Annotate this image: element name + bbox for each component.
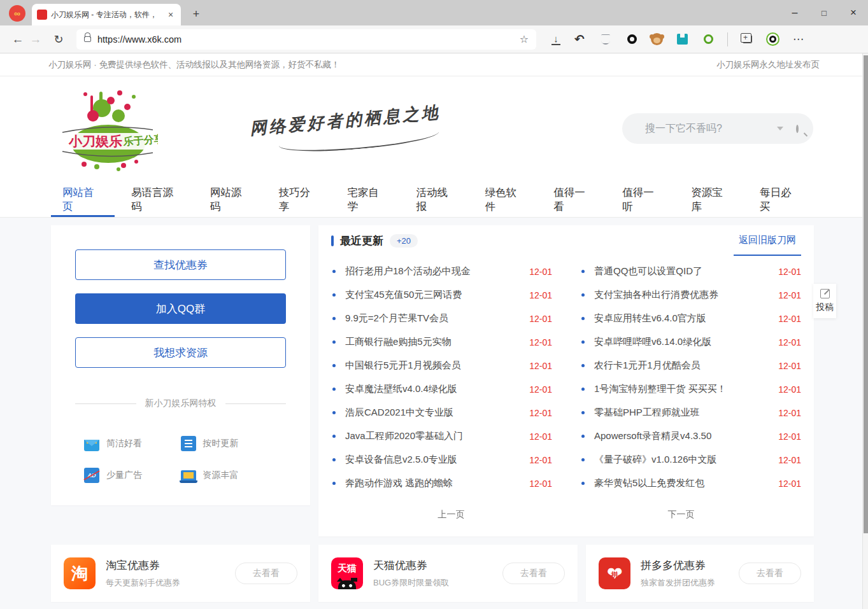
article-link[interactable]: 奔跑动作游戏 逃跑的蟾蜍: [345, 477, 524, 489]
site-notice-bar: 小刀娱乐网 · 免费提供绿色软件、活动线报以及其他网络资源，好货不私藏！ 小刀娱…: [0, 53, 868, 76]
article-link[interactable]: Java工程师2020零基础入门: [345, 430, 524, 442]
undo-extension-icon[interactable]: [573, 32, 587, 46]
tmall-go-button[interactable]: 去看看: [502, 563, 565, 584]
nav-item-tips[interactable]: 技巧分享: [267, 183, 331, 217]
nav-item-worth-watching[interactable]: 值得一看: [542, 183, 606, 217]
nav-item-easy-lang[interactable]: 易语言源码: [120, 183, 194, 217]
article-link[interactable]: 1号淘宝特别整理干货 买买买！: [594, 383, 773, 395]
list-item[interactable]: 《量子破碎》v1.0.126中文版12-01: [580, 448, 801, 472]
lock-icon[interactable]: [84, 36, 91, 42]
new-tab-button[interactable]: [187, 5, 205, 23]
url-text[interactable]: https://www.x6k.com: [97, 34, 181, 45]
list-item[interactable]: 支付宝45充值50元三网话费12-01: [331, 283, 552, 307]
nav-item-home[interactable]: 网站首页: [51, 183, 115, 217]
article-link[interactable]: 农行卡1元开1月优酷会员: [594, 360, 773, 372]
browser-profile-avatar-icon[interactable]: [9, 5, 25, 22]
find-coupon-button[interactable]: 查找优惠券: [75, 249, 286, 280]
site-logo[interactable]: 小刀娱乐 乐于分享: [57, 83, 158, 177]
search-category-caret-icon[interactable]: [777, 127, 783, 130]
nav-item-activities[interactable]: 活动线报: [405, 183, 469, 217]
promo-subtitle: BUG券限时限量领取: [373, 577, 449, 589]
article-link[interactable]: 安卓哔哩哔哩v6.14.0绿化版: [594, 336, 773, 348]
search-icon[interactable]: [796, 125, 799, 133]
join-qq-group-button[interactable]: 加入QQ群: [75, 293, 286, 324]
tab-close-icon[interactable]: [166, 10, 176, 20]
submit-post-button[interactable]: 投稿: [813, 284, 836, 318]
nav-item-site-source[interactable]: 网站源码: [199, 183, 262, 217]
article-link[interactable]: 安卓应用转生v6.4.0官方版: [594, 312, 773, 325]
bullet-icon: [332, 293, 336, 297]
list-item[interactable]: 中国银行5元开1月视频会员12-01: [331, 354, 552, 377]
green-ring-extension-icon[interactable]: [704, 34, 713, 44]
article-date: 12-01: [529, 408, 552, 418]
list-item[interactable]: 零基础PHP工程师就业班12-01: [580, 401, 801, 424]
main-nav: 网站首页 易语言源码 网站源码 技巧分享 宅家自学 活动线报 绿色软件 值得一看…: [0, 183, 868, 218]
list-item[interactable]: 安卓应用转生v6.4.0官方版12-01: [580, 307, 801, 330]
window-maximize-icon[interactable]: [809, 0, 839, 25]
article-link[interactable]: 工商银行融e购抽5元实物: [345, 336, 524, 348]
donut-extension-icon[interactable]: [627, 34, 637, 44]
list-item[interactable]: 安卓设备信息v2.5.0专业版12-01: [331, 448, 552, 472]
promo-title: 淘宝优惠券: [106, 558, 180, 573]
article-link[interactable]: 中国银行5元开1月视频会员: [345, 360, 524, 372]
collections-icon[interactable]: [743, 35, 752, 43]
shield-extension-icon[interactable]: [601, 34, 610, 45]
list-item[interactable]: 安卓哔哩哔哩v6.14.0绿化版12-01: [580, 330, 801, 354]
more-menu-icon[interactable]: [792, 32, 806, 46]
download-icon[interactable]: [551, 34, 560, 45]
list-item[interactable]: 1号淘宝特别整理干货 买买买！12-01: [580, 377, 801, 401]
article-link[interactable]: 豪华黄钻5以上免费发红包: [594, 477, 773, 489]
nav-item-daily-buy[interactable]: 每日必买: [748, 183, 812, 217]
pinduoduo-go-button[interactable]: 去看看: [739, 563, 801, 584]
nav-item-resource-treasury[interactable]: 资源宝库: [679, 183, 743, 217]
list-item[interactable]: 豪华黄钻5以上免费发红包12-01: [580, 472, 801, 495]
list-item[interactable]: Apowersoft录音精灵v4.3.5012-01: [580, 424, 801, 448]
floppy-extension-icon[interactable]: [677, 34, 688, 45]
article-link[interactable]: 招行老用户18个活动必中现金: [345, 265, 524, 277]
panda-extension-icon[interactable]: [766, 32, 779, 46]
monkey-extension-icon[interactable]: [651, 33, 663, 45]
back-icon[interactable]: [9, 31, 27, 48]
article-link[interactable]: 普通QQ也可以设置QID了: [594, 265, 773, 277]
nav-item-green-software[interactable]: 绿色软件: [473, 183, 537, 217]
nav-item-worth-listening[interactable]: 值得一听: [611, 183, 674, 217]
page-scrollbar[interactable]: [862, 53, 868, 609]
content-area: 查找优惠券 加入QQ群 我想求资源 新小刀娱乐网特权 简洁好看 按时更新: [0, 218, 868, 609]
prev-page-button[interactable]: 上一页: [331, 504, 571, 525]
list-item[interactable]: 工商银行融e购抽5元实物12-01: [331, 330, 552, 354]
article-link[interactable]: Apowersoft录音精灵v4.3.50: [594, 430, 773, 442]
search-box[interactable]: [622, 113, 813, 144]
address-bar[interactable]: https://www.x6k.com: [76, 29, 536, 50]
article-link[interactable]: 9.9元=2个月芒果TV会员: [345, 312, 524, 325]
list-item[interactable]: 普通QQ也可以设置QID了12-01: [580, 260, 801, 283]
browser-tab[interactable]: 小刀娱乐网 - 专注活动，软件，: [32, 4, 181, 25]
article-link[interactable]: 零基础PHP工程师就业班: [594, 407, 773, 419]
list-item[interactable]: Java工程师2020零基础入门12-01: [331, 424, 552, 448]
article-link[interactable]: 安卓魔法壁纸v4.0.4绿化版: [345, 383, 524, 395]
scrollbar-thumb[interactable]: [864, 55, 868, 533]
taobao-go-button[interactable]: 去看看: [235, 563, 297, 584]
list-item[interactable]: 招行老用户18个活动必中现金12-01: [331, 260, 552, 283]
window-minimize-icon[interactable]: [780, 0, 809, 25]
search-input[interactable]: [622, 123, 777, 134]
list-item[interactable]: 支付宝抽各种出行消费优惠券12-01: [580, 283, 801, 307]
article-link[interactable]: 《量子破碎》v1.0.126中文版: [594, 454, 773, 466]
permanent-address-link[interactable]: 小刀娱乐网永久地址发布页: [716, 59, 820, 71]
list-item[interactable]: 9.9元=2个月芒果TV会员12-01: [331, 307, 552, 330]
list-item[interactable]: 奔跑动作游戏 逃跑的蟾蜍12-01: [331, 472, 552, 495]
favorite-star-icon[interactable]: [520, 33, 529, 45]
article-link[interactable]: 安卓设备信息v2.5.0专业版: [345, 454, 524, 466]
article-link[interactable]: 支付宝45充值50元三网话费: [345, 289, 524, 301]
list-item[interactable]: 浩辰CAD2021中文专业版12-01: [331, 401, 552, 424]
article-link[interactable]: 支付宝抽各种出行消费优惠券: [594, 289, 773, 301]
nav-item-home-study[interactable]: 宅家自学: [336, 183, 400, 217]
article-link[interactable]: 浩辰CAD2021中文专业版: [345, 407, 524, 419]
window-close-icon[interactable]: [839, 0, 868, 25]
toolbar-separator: [727, 32, 728, 46]
next-page-button[interactable]: 下一页: [561, 504, 801, 525]
list-item[interactable]: 安卓魔法壁纸v4.0.4绿化版12-01: [331, 377, 552, 401]
reload-icon[interactable]: [50, 31, 68, 48]
old-version-link[interactable]: 返回旧版刀网: [734, 225, 801, 256]
request-resource-button[interactable]: 我想求资源: [75, 337, 286, 368]
list-item[interactable]: 农行卡1元开1月优酷会员12-01: [580, 354, 801, 377]
